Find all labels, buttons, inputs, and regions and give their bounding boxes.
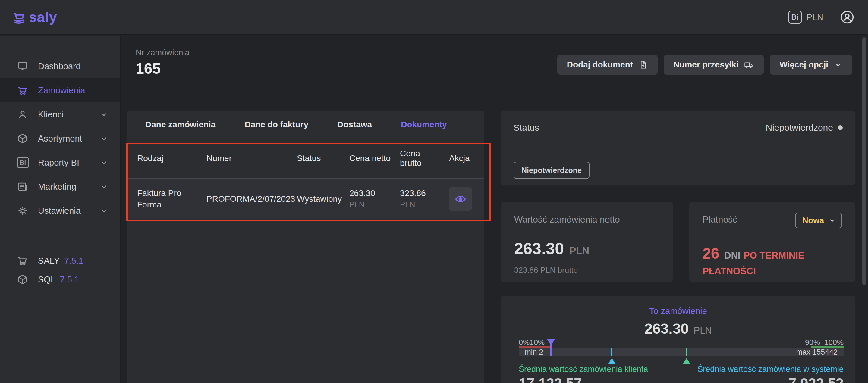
order-value-gauge: 0% 10% 90% 100% min 2 max 155442 (519, 339, 844, 363)
status-value: Niepotwierdzone (766, 123, 843, 133)
header-actions: Dodaj dokument Numer przesyłki Więcej op… (557, 55, 852, 75)
avg-system-label: Średnia wartość zamówienia w systemie (698, 364, 844, 374)
payment-status-value: Nowa (802, 216, 824, 225)
cart-icon (17, 84, 29, 96)
bi-icon: Bi (17, 157, 29, 168)
sidebar-item-label: Dashboard (38, 62, 108, 71)
cell-rodzaj: Faktura Pro Forma (137, 188, 181, 209)
column-header-status: Status (297, 153, 321, 163)
newspaper-icon (17, 181, 29, 193)
sidebar-item-marketing[interactable]: Marketing (0, 175, 120, 199)
eye-icon (455, 193, 467, 205)
truck-icon (744, 60, 754, 70)
sidebar-item-label: Raporty BI (38, 158, 90, 168)
sidebar: Dashboard Zamówienia Klienci (0, 36, 121, 383)
table-row: Faktura Pro Forma PROFORMA/2/07/2023 Wys… (127, 179, 484, 219)
chevron-down-icon (99, 206, 108, 215)
gauge-footer-values: 17,122.57 7,922.52 (519, 375, 844, 383)
sidebar-item-asortyment[interactable]: Asortyment (0, 127, 120, 150)
add-document-button[interactable]: Dodaj dokument (557, 55, 658, 75)
sidebar-item-dashboard[interactable]: Dashboard (0, 54, 120, 78)
gauge-footer-labels: Średnia wartość zamówienia klienta Średn… (519, 364, 844, 374)
view-document-button[interactable] (449, 187, 472, 211)
order-header: Nr zamówienia 165 (135, 48, 190, 77)
cell-cena-netto-currency: PLN (349, 200, 397, 209)
sidebar-item-label: Asortyment (38, 134, 90, 144)
gauge-max-label: max 155442 (796, 348, 838, 356)
cart-icon (17, 255, 29, 267)
shipment-number-button[interactable]: Numer przesyłki (664, 55, 764, 75)
order-details-panel: Dane zamówienia Dane do faktury Dostawa … (127, 110, 484, 383)
scale-label-10: 10% (530, 338, 545, 347)
column-header-cena-brutto: Cena brutto (400, 149, 427, 168)
order-net-value: 263.30 (514, 239, 564, 258)
topbar: saly Bi PLN (0, 0, 868, 35)
cell-cena-brutto-currency: PLN (400, 200, 446, 209)
chevron-down-icon (99, 134, 108, 143)
cell-numer: PROFORMA/2/07/2023 (207, 194, 295, 204)
tab-dane-zamowienia[interactable]: Dane zamówienia (145, 120, 216, 130)
scale-label-90: 90% (805, 338, 820, 347)
tab-bar: Dane zamówienia Dane do faktury Dostawa … (127, 110, 484, 139)
sidebar-item-raporty-bi[interactable]: Bi Raporty BI (0, 150, 120, 175)
column-header-rodzaj: Rodzaj (137, 153, 163, 163)
more-options-button[interactable]: Więcej opcji (770, 55, 852, 75)
gauge-currency: PLN (693, 325, 712, 336)
gauge-band: min 2 max 155442 (519, 348, 844, 356)
box-icon (17, 274, 29, 285)
order-number-label: Nr zamówienia (135, 48, 190, 58)
version-info: SALY 7.5.1 SQL 7.5.1 (0, 251, 120, 289)
person-icon (17, 109, 29, 120)
overdue-days-unit: DNI (724, 250, 740, 261)
bi-icon: Bi (788, 10, 802, 24)
gauge-title: To zamówienie (501, 306, 855, 316)
scale-label-0: 0% (519, 338, 530, 347)
sidebar-item-label: Zamówienia (38, 85, 108, 96)
gauge-value: 263.30 (644, 321, 689, 337)
status-card: Status Niepotwierdzone Niepotwierdzone (501, 110, 855, 185)
payment-status-dropdown[interactable]: Nowa (795, 213, 842, 228)
tab-dokumenty[interactable]: Dokumenty (401, 120, 447, 130)
tab-dane-do-faktury[interactable]: Dane do faktury (244, 120, 308, 130)
monitor-icon (17, 61, 29, 72)
shipment-number-label: Numer przesyłki (673, 60, 738, 70)
app-logo[interactable]: saly (11, 9, 57, 25)
payment-card: Płatność Nowa 26 DNI PO TERMINIE PŁATNOŚ… (689, 202, 855, 282)
avg-client-label: Średnia wartość zamówienia klienta (519, 364, 648, 374)
sidebar-item-ustawienia[interactable]: Ustawienia (0, 199, 120, 223)
order-value-card: Wartość zamówienia netto 263.30 PLN 323.… (501, 202, 673, 282)
sql-name: SQL (38, 275, 56, 284)
documents-table: Rodzaj Numer Status Cena netto Cena brut… (127, 139, 484, 219)
column-header-cena-netto: Cena netto (349, 153, 391, 163)
add-document-label: Dodaj dokument (567, 60, 633, 70)
overdue-days: 26 (703, 245, 719, 262)
order-number-value: 165 (135, 60, 190, 77)
scale-label-100: 100% (824, 338, 844, 347)
sidebar-item-label: Klienci (38, 110, 90, 119)
app-version: 7.5.1 (64, 256, 84, 266)
order-value-title: Wartość zamówienia netto (514, 214, 659, 224)
vertical-scrollbar[interactable] (862, 37, 866, 285)
order-value-gauge-card: To zamówienie 263.30 PLN 0% 10% 90% 100%… (501, 296, 855, 383)
status-chip: Niepotwierdzone (514, 162, 590, 179)
logo-text: saly (29, 9, 57, 25)
sidebar-item-zamowienia[interactable]: Zamówienia (0, 78, 120, 102)
box-icon (17, 133, 29, 144)
user-avatar-icon[interactable] (840, 10, 855, 25)
cell-cena-netto: 263.30 (349, 188, 397, 198)
currency-label: PLN (807, 12, 824, 22)
gear-icon (17, 205, 29, 216)
status-dot-icon (838, 125, 843, 130)
column-header-numer: Numer (207, 153, 232, 163)
sidebar-item-label: Ustawienia (38, 206, 90, 216)
status-card-title: Status (514, 123, 539, 133)
currency-selector[interactable]: Bi PLN (788, 10, 824, 24)
sidebar-item-klienci[interactable]: Klienci (0, 102, 120, 127)
tab-dostawa[interactable]: Dostawa (337, 120, 372, 130)
chevron-down-icon (828, 216, 836, 224)
column-header-akcja: Akcja (449, 153, 470, 163)
cell-status: Wystawiony (297, 194, 342, 204)
more-options-label: Więcej opcji (779, 60, 828, 70)
app-name: SALY (38, 256, 60, 266)
chevron-down-icon (99, 158, 108, 167)
